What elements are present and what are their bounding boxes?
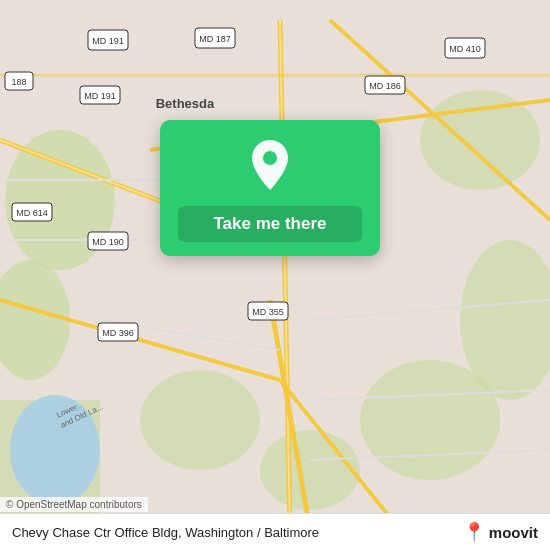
svg-text:MD 191: MD 191 bbox=[92, 36, 124, 46]
copyright-label: © OpenStreetMap contributors bbox=[6, 499, 142, 510]
svg-text:Bethesda: Bethesda bbox=[156, 96, 215, 111]
location-text: Chevy Chase Ctr Office Bldg, Washington … bbox=[12, 525, 319, 540]
svg-point-6 bbox=[360, 360, 500, 480]
moovit-text: moovit bbox=[489, 524, 538, 541]
location-label: Chevy Chase Ctr Office Bldg, Washington … bbox=[12, 525, 319, 540]
svg-point-7 bbox=[140, 370, 260, 470]
svg-text:MD 186: MD 186 bbox=[369, 81, 401, 91]
pin-icon-wrap bbox=[248, 138, 292, 196]
map-container: MD 191 MD 187 MD 410 188 MD 191 MD 186 B… bbox=[0, 0, 550, 550]
svg-text:MD 190: MD 190 bbox=[92, 237, 124, 247]
location-pin-icon bbox=[248, 138, 292, 192]
map-background: MD 191 MD 187 MD 410 188 MD 191 MD 186 B… bbox=[0, 0, 550, 550]
moovit-logo: 📍 moovit bbox=[463, 521, 538, 543]
svg-text:MD 191: MD 191 bbox=[84, 91, 116, 101]
svg-point-50 bbox=[263, 151, 277, 165]
take-me-there-button[interactable]: Take me there bbox=[178, 206, 362, 242]
svg-text:MD 355: MD 355 bbox=[252, 307, 284, 317]
svg-text:MD 614: MD 614 bbox=[16, 208, 48, 218]
svg-text:MD 410: MD 410 bbox=[449, 44, 481, 54]
svg-text:MD 187: MD 187 bbox=[199, 34, 231, 44]
overlay-card: Take me there bbox=[160, 120, 380, 256]
bottom-bar: Chevy Chase Ctr Office Bldg, Washington … bbox=[0, 513, 550, 550]
copyright-text: © OpenStreetMap contributors bbox=[0, 497, 148, 512]
svg-text:188: 188 bbox=[11, 77, 26, 87]
svg-text:MD 396: MD 396 bbox=[102, 328, 134, 338]
moovit-pin-icon: 📍 bbox=[463, 521, 485, 543]
svg-point-8 bbox=[260, 430, 360, 510]
